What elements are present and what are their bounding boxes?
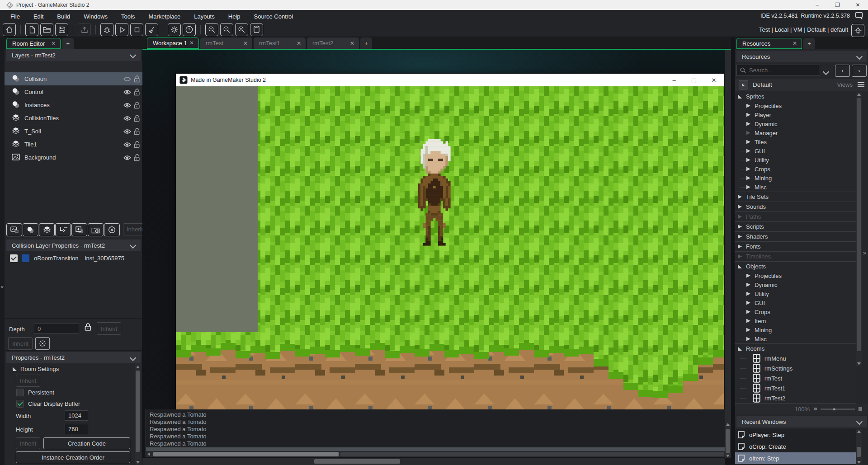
creation-code-button[interactable]: Creation Code [43,437,130,449]
log-line[interactable]: Respawned a Tomato [146,426,725,433]
room-inherit-button[interactable]: Inherit [16,375,40,387]
menu-windows[interactable]: Windows [77,13,114,20]
home-button[interactable] [3,23,16,36]
visibility-eye-icon[interactable] [123,155,131,162]
tree-item-gui[interactable]: GUI [735,146,856,155]
collapsed-arrow-icon[interactable] [738,225,742,229]
add-asset-layer-icon[interactable] [71,223,87,236]
tree-item-rmtest1[interactable]: rmTest1 [735,383,856,393]
persistent-checkbox[interactable] [16,389,24,396]
log-line[interactable]: Respawned a Tomato [146,418,725,426]
menu-edit[interactable]: Edit [27,13,50,20]
output-log-panel[interactable]: Respawned a TomatoRespawned a TomatoResp… [146,409,725,457]
game-window[interactable]: Made in GameMaker Studio 2 – ▢ ✕ [176,74,724,410]
minimize-button[interactable]: – [807,0,827,10]
instance-color-swatch[interactable] [22,254,29,262]
tab-close-icon[interactable]: ✕ [51,40,56,47]
collapsed-arrow-icon[interactable] [746,149,750,153]
tree-item-dynamic[interactable]: Dynamic [735,119,856,128]
tree-item-manager[interactable]: Manager [735,128,856,137]
layer-row-instances[interactable]: Instances [5,99,142,112]
width-input[interactable]: 1024 [65,410,88,421]
menu-help[interactable]: Help [222,13,247,20]
add-path-layer-icon[interactable] [55,223,71,236]
menu-file[interactable]: File [4,13,27,20]
tree-item-mining[interactable]: Mining [735,325,856,334]
properties-header[interactable]: Properties - rmTest2 [6,352,141,363]
tree-item-scripts[interactable]: Scripts [735,221,856,231]
tab-close-icon[interactable]: ✕ [189,40,194,46]
tree-item-utility[interactable]: Utility [735,155,856,164]
clear-display-buffer-row[interactable]: Clear Display Buffer [16,400,80,408]
add-workspace-tab-button[interactable]: + [360,38,372,49]
recent-window-oplayer-step[interactable]: oPlayer: Step [735,429,862,441]
search-next-button[interactable]: › [852,65,867,77]
collapsed-arrow-icon[interactable] [746,104,750,108]
menu-source-control[interactable]: Source Control [247,13,300,20]
visibility-eye-icon[interactable] [123,116,131,122]
add-tab-button[interactable]: + [803,38,815,49]
collapsed-arrow-icon[interactable] [746,131,750,135]
collapsed-arrow-icon[interactable] [746,122,750,126]
collapsed-arrow-icon[interactable] [746,140,750,144]
recent-scrollbar[interactable] [856,429,862,465]
delete-layer-icon[interactable] [104,223,120,236]
tree-item-player[interactable]: Player [735,110,856,119]
tab-workspace-1[interactable]: Workspace 1✕ [147,38,199,49]
unlock-icon[interactable] [133,75,140,84]
collapsed-arrow-icon[interactable] [746,328,750,332]
feedback-chat-icon[interactable] [855,12,863,21]
game-minimize-button[interactable]: – [664,74,684,86]
new-project-icon[interactable] [25,23,38,36]
workspace-hscrollbar[interactable] [142,458,725,465]
unlock-icon[interactable] [133,101,140,110]
recent-window-ocrop-create[interactable]: oCrop: Create [735,441,862,452]
settings-gear-icon[interactable] [168,23,181,36]
tree-item-item[interactable]: Item [735,316,856,325]
clean-button[interactable] [145,23,158,36]
game-maximize-button[interactable]: ▢ [684,74,704,86]
collapsed-arrow-icon[interactable] [738,254,742,258]
room-settings-node[interactable]: Room Settings [13,366,59,372]
target-manager-icon[interactable] [851,24,864,37]
visibility-eye-icon[interactable] [123,142,131,149]
close-button[interactable]: ✕ [848,0,868,10]
tree-item-crops[interactable]: Crops [735,307,856,316]
layer-row-control[interactable]: Control [5,85,142,99]
menu-build[interactable]: Build [50,13,77,20]
zoom-in-icon[interactable] [235,23,248,36]
tab-rmtest2[interactable]: rmTest2✕ [307,38,359,49]
visibility-eye-icon[interactable] [123,103,131,109]
zoom-reset-icon[interactable] [220,23,233,36]
add-layer-folder-icon[interactable] [88,223,104,236]
collapsed-arrow-icon[interactable] [746,301,750,305]
tree-item-crops[interactable]: Crops [735,164,856,174]
collision-layer-properties-header[interactable]: Collision Layer Properties - rmTest2 [6,240,141,251]
help-button[interactable]: ? [183,23,196,36]
save-project-icon[interactable] [55,23,68,36]
open-project-icon[interactable] [40,23,53,36]
tree-item-projectiles[interactable]: Projectiles [735,101,856,110]
output-hscrollbar[interactable] [146,451,725,457]
unlock-icon[interactable] [133,141,140,150]
collapsed-arrow-icon[interactable] [746,310,750,314]
search-prev-button[interactable]: ‹ [835,65,850,77]
layer-row-tile1[interactable]: Tile1 [5,138,142,151]
target-bar[interactable]: Test | Local | VM | Default | default [759,26,848,33]
unlock-icon[interactable] [133,127,140,136]
collapsed-arrow-icon[interactable] [746,319,750,323]
layer-reset-icon[interactable] [35,337,50,350]
instance-row[interactable]: oRoomTransition inst_30D65975 [10,254,124,262]
layer-row-background[interactable]: Background [5,151,142,164]
tab-close-icon[interactable]: ✕ [243,40,248,47]
resources-dropdown[interactable]: Resources [736,51,867,62]
collapsed-arrow-icon[interactable] [746,167,750,171]
create-executable-icon[interactable] [78,23,91,36]
tree-item-rmtest[interactable]: rmTest [735,373,856,383]
collapsed-arrow-icon[interactable] [746,113,750,117]
log-line[interactable]: Respawned a Tomato [146,440,725,447]
add-instance-layer-icon[interactable] [23,223,38,236]
tab-room-editor[interactable]: Room Editor✕ [6,38,61,49]
menu-marketplace[interactable]: Marketplace [142,13,187,20]
layer-row-collisiontiles[interactable]: CollisionTiles [5,112,142,125]
